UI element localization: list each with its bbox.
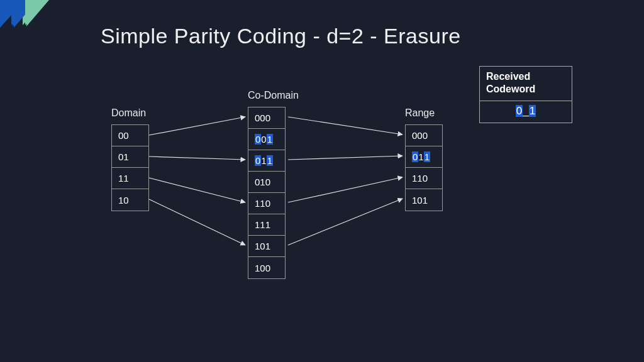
codomain-cell: 111	[248, 214, 285, 236]
svg-marker-4	[11, 0, 34, 25]
svg-marker-31	[25, 0, 48, 25]
svg-line-44	[149, 199, 245, 245]
svg-marker-37	[0, 14, 24, 40]
codomain-table: 000001011010110111101100	[248, 107, 286, 279]
svg-marker-34	[0, 14, 24, 40]
received-value: 0_1	[480, 101, 572, 123]
svg-marker-29	[0, 0, 24, 26]
corner-stripes	[0, 0, 50, 57]
svg-marker-12	[0, 0, 25, 28]
svg-marker-32	[0, 14, 13, 28]
corner-decoration	[0, 0, 50, 57]
domain-cell: 00	[112, 125, 148, 146]
svg-line-42	[149, 156, 245, 160]
codomain-cell: 001	[248, 129, 285, 150]
received-codeword-box: Received Codeword 0_1	[479, 66, 572, 123]
svg-marker-18	[0, 15, 24, 29]
svg-marker-13	[14, 0, 38, 28]
codomain-cell: 000	[248, 107, 285, 129]
svg-line-46	[288, 156, 402, 160]
range-label: Range	[405, 107, 435, 119]
svg-marker-39	[0, 28, 23, 53]
corner-stripes-final	[0, 0, 50, 57]
svg-marker-33	[0, 28, 24, 54]
range-table: 000011110101	[405, 124, 443, 211]
svg-marker-25	[0, 18, 11, 29]
domain-table: 00011110	[111, 124, 149, 211]
svg-marker-2	[6, 0, 31, 57]
svg-line-43	[149, 178, 245, 202]
svg-marker-23	[13, 15, 36, 41]
svg-marker-20	[0, 15, 13, 29]
svg-marker-24	[0, 16, 11, 29]
svg-line-45	[288, 117, 402, 134]
range-cell: 110	[406, 168, 442, 189]
svg-marker-27	[0, 15, 11, 28]
domain-cell: 01	[112, 146, 148, 168]
svg-line-41	[149, 117, 245, 135]
range-cell: 011	[406, 146, 442, 168]
svg-marker-19	[0, 29, 24, 55]
codomain-cell: 110	[248, 193, 285, 214]
svg-marker-7	[0, 13, 23, 38]
svg-marker-14	[26, 0, 49, 26]
range-cell: 101	[406, 189, 442, 211]
received-header: Received Codeword	[480, 67, 572, 101]
range-cell: 000	[406, 125, 442, 146]
svg-marker-0	[0, 0, 24, 25]
codomain-cell: 010	[248, 172, 285, 193]
svg-line-48	[288, 199, 402, 245]
mapping-arrows	[0, 0, 644, 362]
svg-marker-36	[0, 28, 24, 54]
svg-marker-17	[0, 18, 23, 30]
page-title: Simple Parity Coding - d=2 - Erasure	[101, 24, 461, 48]
svg-marker-15	[0, 15, 11, 29]
domain-label: Domain	[111, 107, 146, 119]
codomain-cell: 101	[248, 236, 285, 257]
svg-marker-35	[0, 15, 11, 28]
codomain-cell: 011	[248, 150, 285, 172]
svg-marker-22	[0, 29, 23, 54]
svg-marker-38	[0, 28, 11, 40]
svg-marker-40	[0, 15, 25, 28]
domain-cell: 11	[112, 168, 148, 189]
svg-marker-30	[13, 0, 36, 26]
codomain-label: Co-Domain	[248, 90, 299, 101]
codomain-cell: 100	[248, 257, 285, 278]
svg-marker-5	[23, 0, 45, 25]
domain-cell: 10	[112, 189, 148, 211]
svg-marker-28	[0, 31, 23, 57]
svg-line-47	[288, 177, 402, 202]
svg-marker-26	[14, 15, 38, 41]
